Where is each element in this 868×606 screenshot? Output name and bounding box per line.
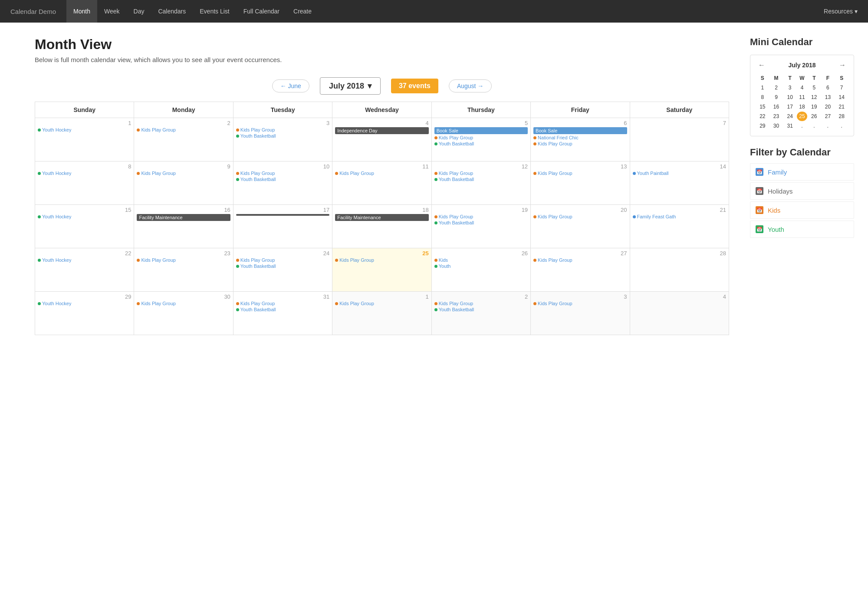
- event-bar[interactable]: Facility Maintenance: [335, 214, 428, 221]
- mini-day[interactable]: 12: [807, 92, 821, 102]
- prev-month-button[interactable]: ← June: [272, 79, 309, 92]
- event-item[interactable]: Kids Play Group: [137, 257, 230, 263]
- calendar-day-3[interactable]: 3Kids Play Group: [531, 292, 630, 335]
- mini-day[interactable]: 5: [807, 83, 821, 92]
- mini-day[interactable]: 22: [756, 112, 769, 121]
- mini-day[interactable]: 2: [769, 83, 783, 92]
- event-item[interactable]: Youth: [434, 263, 528, 269]
- navbar-link-calendars[interactable]: Calendars: [151, 0, 193, 23]
- mini-day[interactable]: 26: [807, 112, 821, 121]
- calendar-day-19[interactable]: 19Kids Play GroupYouth Basketball: [431, 205, 530, 248]
- navbar-resources[interactable]: Resources ▾: [824, 8, 858, 15]
- calendar-day-12[interactable]: 12Kids Play GroupYouth Basketball: [431, 161, 530, 205]
- event-item[interactable]: Kids Play Group: [236, 127, 329, 132]
- event-item[interactable]: Youth Hockey: [38, 257, 131, 263]
- filter-item-holidays[interactable]: 📅Holidays: [750, 182, 854, 200]
- mini-next-button[interactable]: →: [836, 60, 848, 70]
- event-item[interactable]: Kids Play Group: [533, 301, 627, 306]
- calendar-day-28[interactable]: 28: [630, 248, 729, 292]
- mini-day[interactable]: 3: [783, 83, 797, 92]
- mini-day[interactable]: 8: [756, 92, 769, 102]
- mini-day[interactable]: 6: [821, 83, 835, 92]
- calendar-day-20[interactable]: 20Kids Play Group: [531, 205, 630, 248]
- event-item[interactable]: Kids Play Group: [533, 171, 627, 176]
- event-item[interactable]: Youth Basketball: [236, 307, 329, 312]
- mini-day[interactable]: 4: [797, 83, 807, 92]
- calendar-day-24[interactable]: 24Kids Play GroupYouth Basketball: [233, 248, 332, 292]
- calendar-day-10[interactable]: 10Kids Play GroupYouth Basketball: [233, 161, 332, 205]
- mini-day[interactable]: 28: [835, 112, 848, 121]
- calendar-day-8[interactable]: 8Youth Hockey: [35, 161, 134, 205]
- mini-day[interactable]: 30: [769, 121, 783, 131]
- event-bar[interactable]: Independence Day: [335, 127, 428, 134]
- event-item[interactable]: Youth Hockey: [38, 301, 131, 306]
- mini-day[interactable]: 9: [769, 92, 783, 102]
- calendar-day-5[interactable]: 5Book SaleKids Play GroupYouth Basketbal…: [431, 118, 530, 161]
- calendar-day-25[interactable]: 25Kids Play Group: [332, 248, 431, 292]
- mini-day[interactable]: 21: [835, 102, 848, 112]
- mini-day[interactable]: 29: [756, 121, 769, 131]
- navbar-link-full-calendar[interactable]: Full Calendar: [237, 0, 286, 23]
- calendar-day-30[interactable]: 30Kids Play Group: [134, 292, 233, 335]
- calendar-day-16[interactable]: 16Facility Maintenance: [134, 205, 233, 248]
- event-item[interactable]: Youth Basketball: [434, 220, 528, 225]
- calendar-day-23[interactable]: 23Kids Play Group: [134, 248, 233, 292]
- event-item[interactable]: Kids Play Group: [533, 257, 627, 263]
- event-item[interactable]: Youth Basketball: [236, 263, 329, 269]
- calendar-day-13[interactable]: 13Kids Play Group: [531, 161, 630, 205]
- event-bar[interactable]: Book Sale: [533, 127, 627, 134]
- event-item[interactable]: Youth Basketball: [236, 177, 329, 182]
- mini-day[interactable]: 23: [769, 112, 783, 121]
- calendar-day-1[interactable]: 1Youth Hockey: [35, 118, 134, 161]
- event-item[interactable]: Kids Play Group: [137, 171, 230, 176]
- navbar-link-week[interactable]: Week: [97, 0, 127, 23]
- mini-day[interactable]: 15: [756, 102, 769, 112]
- filter-item-kids[interactable]: 📅Kids: [750, 201, 854, 219]
- event-item[interactable]: Youth Paintball: [633, 171, 726, 176]
- calendar-day-4[interactable]: 4: [630, 292, 729, 335]
- mini-day[interactable]: 1: [756, 83, 769, 92]
- calendar-day-4[interactable]: 4Independence Day: [332, 118, 431, 161]
- calendar-day-31[interactable]: 31Kids Play GroupYouth Basketball: [233, 292, 332, 335]
- event-item[interactable]: Kids: [434, 257, 528, 263]
- calendar-day-2[interactable]: 2Kids Play GroupYouth Basketball: [431, 292, 530, 335]
- mini-day[interactable]: 16: [769, 102, 783, 112]
- event-item[interactable]: Kids Play Group: [434, 214, 528, 219]
- calendar-day-3[interactable]: 3Kids Play GroupYouth Basketball: [233, 118, 332, 161]
- event-item[interactable]: Kids Play Group: [137, 127, 230, 132]
- mini-day[interactable]: 20: [821, 102, 835, 112]
- event-item[interactable]: Kids Play Group: [137, 301, 230, 306]
- calendar-day-27[interactable]: 27Kids Play Group: [531, 248, 630, 292]
- mini-day[interactable]: 27: [821, 112, 835, 121]
- navbar-link-month[interactable]: Month: [66, 0, 97, 23]
- calendar-day-15[interactable]: 15Youth Hockey: [35, 205, 134, 248]
- event-item[interactable]: Kids Play Group: [434, 171, 528, 176]
- calendar-day-2[interactable]: 2Kids Play Group: [134, 118, 233, 161]
- event-bar[interactable]: Book Sale: [434, 127, 528, 134]
- event-item[interactable]: Youth Hockey: [38, 127, 131, 132]
- calendar-day-7[interactable]: 7: [630, 118, 729, 161]
- mini-day[interactable]: 14: [835, 92, 848, 102]
- mini-day[interactable]: 31: [783, 121, 797, 131]
- navbar-link-events-list[interactable]: Events List: [193, 0, 236, 23]
- event-item[interactable]: Kids Play Group: [533, 141, 627, 146]
- calendar-day-22[interactable]: 22Youth Hockey: [35, 248, 134, 292]
- filter-item-family[interactable]: 📅Family: [750, 163, 854, 181]
- event-item[interactable]: Youth Basketball: [236, 133, 329, 138]
- month-dropdown[interactable]: July 2018 ▾: [320, 77, 381, 95]
- event-item[interactable]: Kids Play Group: [335, 257, 428, 263]
- mini-prev-button[interactable]: ←: [756, 60, 768, 70]
- mini-day[interactable]: 7: [835, 83, 848, 92]
- calendar-day-21[interactable]: 21Family Feast Gath: [630, 205, 729, 248]
- event-item[interactable]: National Fried Chic: [533, 135, 627, 140]
- event-item[interactable]: Kids Play Group: [236, 171, 329, 176]
- event-item[interactable]: Youth Basketball: [434, 177, 528, 182]
- calendar-day-17[interactable]: 17: [233, 205, 332, 248]
- mini-day[interactable]: 13: [821, 92, 835, 102]
- event-item[interactable]: Kids Play Group: [236, 257, 329, 263]
- mini-day[interactable]: 17: [783, 102, 797, 112]
- filter-item-youth[interactable]: 📅Youth: [750, 221, 854, 238]
- mini-day[interactable]: 11: [797, 92, 807, 102]
- calendar-day-18[interactable]: 18Facility Maintenance: [332, 205, 431, 248]
- calendar-day-9[interactable]: 9Kids Play Group: [134, 161, 233, 205]
